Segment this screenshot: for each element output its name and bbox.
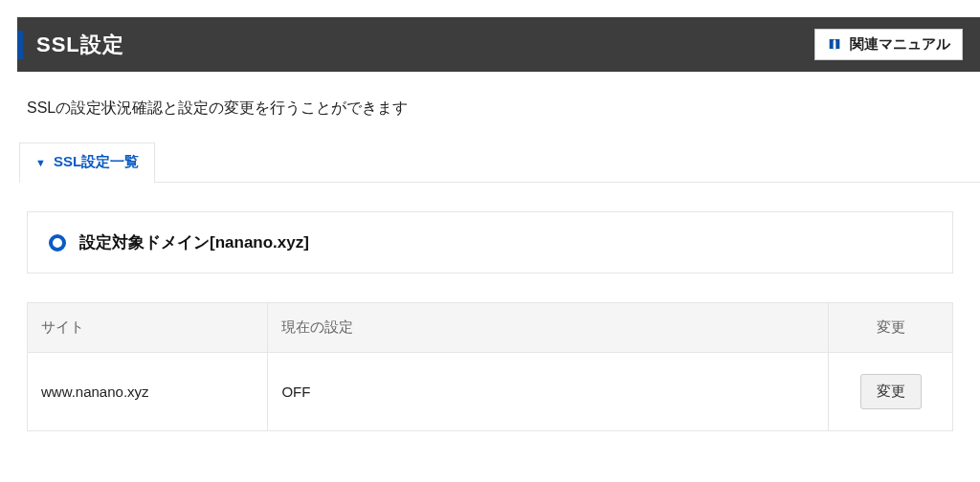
change-button[interactable]: 変更 — [860, 374, 922, 409]
th-current: 現在の設定 — [268, 303, 829, 353]
header-left: SSL設定 — [17, 31, 124, 59]
tab-label: SSL設定一覧 — [54, 153, 139, 171]
cell-site: www.nanano.xyz — [28, 353, 268, 431]
table-row: www.nanano.xyz OFF 変更 — [28, 353, 953, 431]
target-domain-label: 設定対象ドメイン[nanano.xyz] — [79, 231, 309, 253]
chevron-down-icon: ▼ — [35, 157, 46, 168]
page-description: SSLの設定状況確認と設定の変更を行うことができます — [0, 72, 980, 142]
page-header: SSL設定 関連マニュアル — [17, 17, 980, 72]
tab-ssl-list[interactable]: ▼ SSL設定一覧 — [19, 142, 155, 183]
cell-current: OFF — [268, 353, 829, 431]
ssl-settings-table: サイト 現在の設定 変更 www.nanano.xyz OFF 変更 — [27, 302, 953, 431]
accent-stripe — [17, 31, 23, 59]
th-site: サイト — [28, 303, 268, 353]
th-change: 変更 — [829, 303, 953, 353]
tab-row: ▼ SSL設定一覧 — [19, 142, 980, 183]
target-domain-panel: 設定対象ドメイン[nanano.xyz] — [27, 211, 953, 274]
book-icon — [827, 37, 842, 53]
related-manual-label: 関連マニュアル — [850, 35, 950, 54]
page-title: SSL設定 — [36, 31, 124, 59]
cell-change: 変更 — [829, 353, 953, 431]
radio-icon — [49, 234, 66, 252]
related-manual-button[interactable]: 関連マニュアル — [814, 29, 963, 60]
